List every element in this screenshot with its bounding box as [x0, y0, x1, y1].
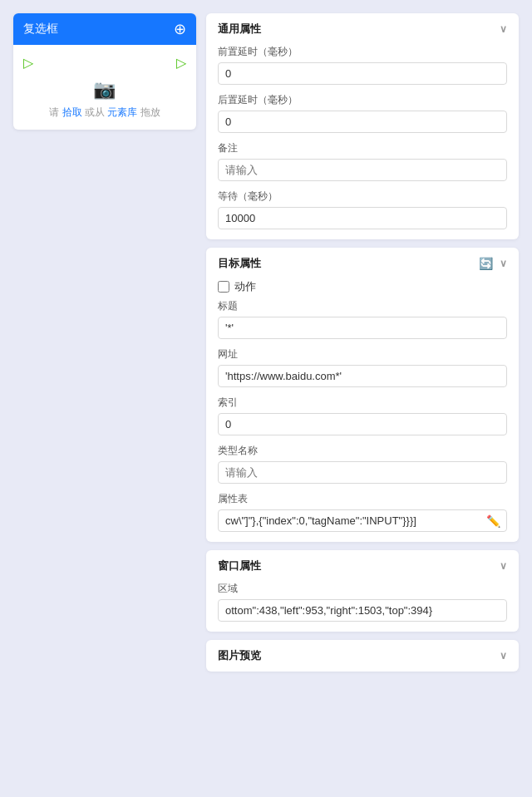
action-label: 动作 [234, 279, 256, 294]
pre-delay-input[interactable] [218, 62, 507, 85]
general-section: 通用属性 ∨ 前置延时（毫秒） 后置延时（毫秒） 备注 等待（毫秒） [206, 13, 519, 239]
pre-delay-group: 前置延时（毫秒） [218, 45, 507, 85]
right-arrow-icon[interactable]: ▷ [176, 55, 186, 71]
post-delay-group: 后置延时（毫秒） [218, 93, 507, 133]
action-checkbox[interactable] [218, 281, 229, 293]
url-label: 网址 [218, 347, 507, 362]
title-input[interactable] [218, 317, 507, 339]
index-group: 索引 [218, 396, 507, 435]
target-refresh-icon[interactable]: 🔄 [479, 257, 493, 270]
widget-title: 复选框 [23, 22, 58, 37]
window-section: 窗口属性 ∨ 区域 [206, 550, 519, 632]
attributes-input[interactable] [218, 509, 507, 532]
attributes-edit-icon[interactable]: ✏️ [486, 514, 500, 528]
preview-chevron-icon: ∨ [500, 650, 507, 662]
upload-text: 请 拾取 或从 元素库 拖放 [49, 106, 160, 120]
general-chevron-icon: ∨ [500, 23, 507, 35]
widget-arrows: ▷ ▷ [23, 55, 186, 71]
remark-group: 备注 [218, 141, 507, 181]
pick-link[interactable]: 拾取 [62, 106, 82, 118]
post-delay-label: 后置延时（毫秒） [218, 93, 507, 107]
preview-section-title: 图片预览 [218, 648, 261, 663]
index-input[interactable] [218, 413, 507, 435]
url-group: 网址 [218, 347, 507, 387]
right-panel: 通用属性 ∨ 前置延时（毫秒） 后置延时（毫秒） 备注 等待（毫秒） [206, 13, 519, 784]
pre-delay-label: 前置延时（毫秒） [218, 45, 507, 59]
remark-input[interactable] [218, 159, 507, 181]
title-group: 标题 [218, 299, 507, 339]
url-input[interactable] [218, 365, 507, 387]
attributes-field-wrapper: ✏️ [218, 509, 507, 532]
target-header-right: 🔄 ∨ [479, 257, 507, 270]
window-section-header[interactable]: 窗口属性 ∨ [206, 550, 519, 582]
upload-middle: 或从 [82, 106, 108, 118]
widget-card: 复选框 ⊕ ▷ ▷ 📷 请 拾取 或从 元素库 拖放 [13, 13, 196, 130]
target-section-header[interactable]: 目标属性 🔄 ∨ [206, 248, 519, 279]
upload-suffix: 拖放 [137, 106, 160, 118]
general-section-title: 通用属性 [218, 22, 261, 37]
element-library-link[interactable]: 元素库 [107, 106, 137, 118]
type-name-input[interactable] [218, 461, 507, 484]
wait-time-label: 等待（毫秒） [218, 189, 507, 204]
left-arrow-icon[interactable]: ▷ [23, 55, 33, 71]
action-checkbox-row: 动作 [206, 279, 519, 299]
region-label: 区域 [218, 582, 507, 596]
region-group: 区域 [218, 582, 507, 622]
type-name-label: 类型名称 [218, 444, 507, 458]
target-section: 目标属性 🔄 ∨ 动作 标题 网址 索引 类型名称 [206, 248, 519, 542]
post-delay-input[interactable] [218, 111, 507, 133]
general-section-header[interactable]: 通用属性 ∨ [206, 13, 519, 45]
target-chevron-icon: ∨ [500, 258, 507, 269]
upload-area: 📷 请 拾取 或从 元素库 拖放 [49, 79, 160, 120]
remark-label: 备注 [218, 141, 507, 155]
index-label: 索引 [218, 396, 507, 410]
title-label: 标题 [218, 299, 507, 313]
window-section-title: 窗口属性 [218, 558, 261, 573]
upload-prefix: 请 [49, 106, 62, 118]
preview-section: 图片预览 ∨ [206, 640, 519, 672]
target-section-title: 目标属性 [218, 256, 261, 271]
window-chevron-icon: ∨ [500, 560, 507, 572]
wait-time-group: 等待（毫秒） [218, 189, 507, 229]
wait-time-input[interactable] [218, 207, 507, 229]
general-section-content: 前置延时（毫秒） 后置延时（毫秒） 备注 等待（毫秒） [206, 45, 519, 239]
widget-body: ▷ ▷ 📷 请 拾取 或从 元素库 拖放 [13, 45, 196, 130]
widget-header: 复选框 ⊕ [13, 13, 196, 45]
preview-section-header[interactable]: 图片预览 ∨ [206, 640, 519, 672]
region-input[interactable] [218, 599, 507, 622]
attributes-group: 属性表 ✏️ [218, 492, 507, 532]
left-panel: 复选框 ⊕ ▷ ▷ 📷 请 拾取 或从 元素库 拖放 [13, 13, 196, 784]
camera-icon: 📷 [93, 79, 116, 101]
attributes-label: 属性表 [218, 492, 507, 506]
add-icon[interactable]: ⊕ [174, 20, 186, 38]
window-section-content: 区域 [206, 582, 519, 632]
type-name-group: 类型名称 [218, 444, 507, 484]
target-section-content: 标题 网址 索引 类型名称 属性表 ✏️ [206, 299, 519, 542]
